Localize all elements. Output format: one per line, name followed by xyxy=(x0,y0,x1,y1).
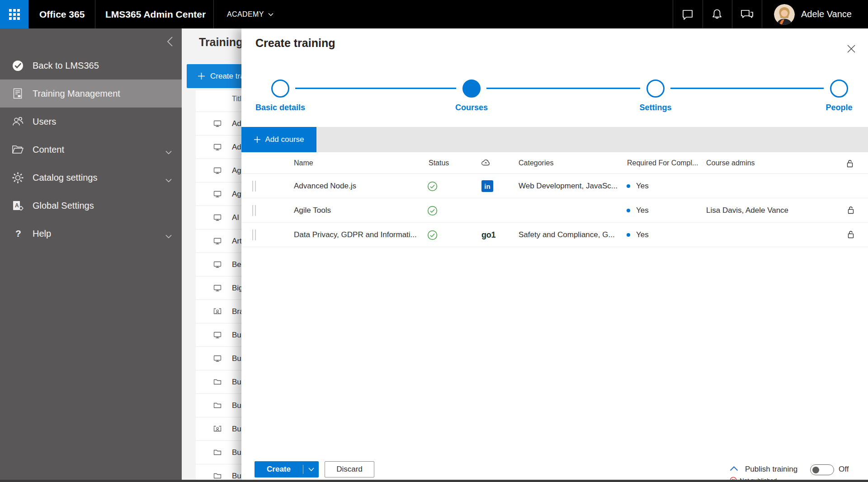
header-categories: Categories xyxy=(519,152,553,174)
training-title: Ad xyxy=(232,136,241,159)
chevron-down-icon xyxy=(165,230,172,241)
monitor-icon xyxy=(213,143,222,153)
user-avatar[interactable] xyxy=(774,4,795,25)
close-button[interactable] xyxy=(843,40,860,57)
sidebar-item-back-to-lms365[interactable]: Back to LMS365 xyxy=(0,51,182,80)
top-bar: Office 365 LMS365 Admin Center ACADEMY A… xyxy=(0,0,868,28)
header-status: Status xyxy=(429,152,449,174)
monitor-icon xyxy=(213,120,222,129)
create-split-button[interactable]: Create xyxy=(255,461,319,477)
create-button-label: Create xyxy=(255,465,303,474)
training-title: AI xyxy=(232,206,239,229)
step-label-settings[interactable]: Settings xyxy=(606,103,705,112)
folder-open-icon xyxy=(11,144,24,155)
sidebar-item-global-settings[interactable]: AGlobal Settings xyxy=(0,192,182,220)
waffle-icon xyxy=(9,9,20,20)
sidebar-item-users[interactable]: Users xyxy=(0,108,182,136)
training-title: Be xyxy=(232,253,241,276)
monitor-icon xyxy=(213,355,222,364)
publish-toggle[interactable] xyxy=(810,464,834,475)
cloud-sync-icon xyxy=(481,159,491,167)
app-title[interactable]: LMS365 Admin Center xyxy=(105,0,206,28)
publish-collapse-button[interactable] xyxy=(730,465,738,473)
step-connector xyxy=(486,88,640,89)
training-title: Bu xyxy=(232,417,241,441)
step-circle-basic-details[interactable] xyxy=(271,80,289,98)
sidebar-item-label: Help xyxy=(33,229,51,239)
sidebar-item-label: Training Management xyxy=(33,89,120,99)
sidebar-item-label: Global Settings xyxy=(33,201,94,211)
gear-icon xyxy=(11,172,24,184)
sidebar-item-help[interactable]: ?Help xyxy=(0,220,182,248)
discard-button[interactable]: Discard xyxy=(325,461,374,477)
sidebar-item-catalog-settings[interactable]: Catalog settings xyxy=(0,164,182,192)
sidebar-item-label: Back to LMS365 xyxy=(33,61,99,71)
required-for-completion: Yes xyxy=(636,223,649,247)
step-circle-people[interactable] xyxy=(830,80,848,98)
course-row[interactable]: Advanced Node.jsinWeb Development, JavaS… xyxy=(241,174,868,198)
course-name: Agile Tools xyxy=(294,198,331,223)
courses-table-header: Name Status Categories Required For Comp… xyxy=(241,152,868,174)
bell-icon[interactable] xyxy=(703,0,731,28)
lock-icon[interactable] xyxy=(847,206,854,217)
divider xyxy=(673,0,673,28)
step-circle-courses[interactable] xyxy=(462,80,481,98)
toggle-knob xyxy=(812,467,819,473)
drag-handle-icon[interactable] xyxy=(252,181,256,192)
tenant-dropdown[interactable]: ACADEMY xyxy=(227,0,274,28)
office365-brand[interactable]: Office 365 xyxy=(39,0,85,28)
course-name: Data Privacy, GDPR and Informati... xyxy=(294,223,417,247)
toggle-state-label: Off xyxy=(839,461,849,477)
svg-text:A: A xyxy=(15,202,19,209)
monitor-icon xyxy=(213,190,222,200)
tenant-name: ACADEMY xyxy=(227,10,264,19)
required-dot-icon xyxy=(627,184,630,188)
sidebar-collapse-button[interactable] xyxy=(162,34,177,49)
step-circle-settings[interactable] xyxy=(646,80,665,98)
chevron-left-icon xyxy=(166,36,173,47)
help-icon: ? xyxy=(11,228,24,239)
lock-icon[interactable] xyxy=(847,230,854,241)
monitor-icon xyxy=(213,331,222,341)
monitor-icon xyxy=(213,214,222,223)
course-row[interactable]: Data Privacy, GDPR and Informati...go1Sa… xyxy=(241,223,868,247)
training-title: Bu xyxy=(232,394,241,417)
user-name[interactable]: Adele Vance xyxy=(801,0,852,28)
plus-icon xyxy=(198,73,205,80)
training-title: Ag xyxy=(232,183,241,206)
course-name: Advanced Node.js xyxy=(294,174,356,198)
screen: Office 365 LMS365 Admin Center ACADEMY A… xyxy=(0,0,868,482)
svg-text:?: ? xyxy=(15,228,21,239)
step-label-people[interactable]: People xyxy=(789,103,868,112)
training-title: Bu xyxy=(232,323,241,347)
users-icon xyxy=(11,116,24,127)
plus-icon xyxy=(254,136,260,143)
feedback-icon[interactable] xyxy=(733,0,761,28)
step-label-courses[interactable]: Courses xyxy=(422,103,521,112)
add-course-label: Add course xyxy=(265,135,304,144)
drag-handle-icon[interactable] xyxy=(252,229,256,240)
sidebar-nav: Back to LMS365Training ManagementUsersCo… xyxy=(0,51,182,248)
training-title: Bu xyxy=(232,347,241,370)
toolbar-band: Add course xyxy=(241,127,868,152)
monitor-icon xyxy=(213,284,222,294)
app-launcher-button[interactable] xyxy=(0,0,28,28)
lms365-logo-icon xyxy=(11,60,24,72)
sidebar-item-training-management[interactable]: Training Management xyxy=(0,80,182,108)
divider xyxy=(732,0,732,28)
folder-icon xyxy=(213,378,222,387)
add-course-button[interactable]: Add course xyxy=(241,127,316,152)
publish-training-label: Publish training xyxy=(745,461,797,477)
course-row[interactable]: Agile ToolsYesLisa Davis, Adele Vance xyxy=(241,198,868,223)
chevron-down-icon xyxy=(308,468,314,471)
chat-icon[interactable] xyxy=(674,0,702,28)
required-for-completion: Yes xyxy=(636,198,649,223)
drag-handle-icon[interactable] xyxy=(252,205,256,216)
panel-title: Create training xyxy=(255,37,335,50)
courses-table-body: Advanced Node.jsinWeb Development, JavaS… xyxy=(241,174,868,247)
header-required: Required For Compl... xyxy=(627,152,698,174)
sidebar-item-content[interactable]: Content xyxy=(0,136,182,164)
step-label-basic-details[interactable]: Basic details xyxy=(231,103,330,112)
create-dropdown-button[interactable] xyxy=(303,468,319,471)
training-title: Ad xyxy=(232,112,241,136)
